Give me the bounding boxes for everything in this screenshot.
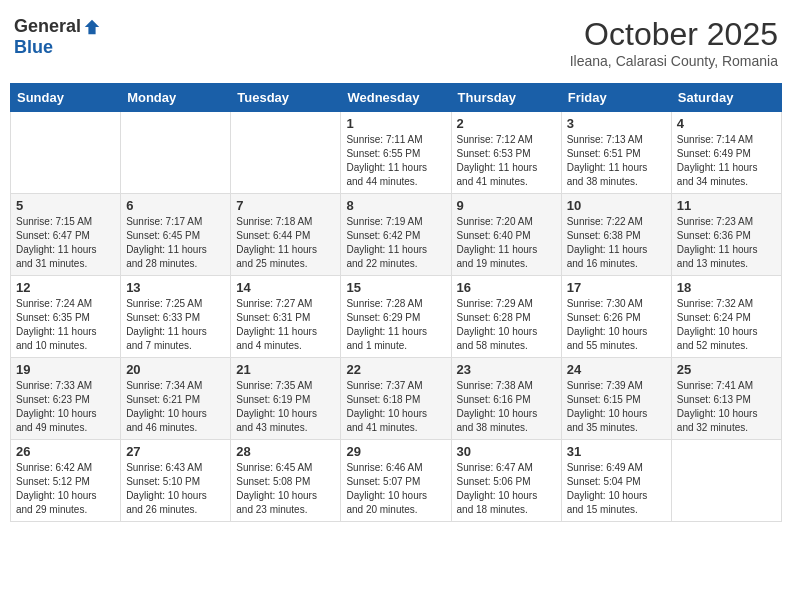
weekday-header-sunday: Sunday — [11, 84, 121, 112]
calendar-cell: 28Sunrise: 6:45 AM Sunset: 5:08 PM Dayli… — [231, 440, 341, 522]
day-info: Sunrise: 7:29 AM Sunset: 6:28 PM Dayligh… — [457, 297, 556, 353]
day-info: Sunrise: 7:11 AM Sunset: 6:55 PM Dayligh… — [346, 133, 445, 189]
day-info: Sunrise: 7:15 AM Sunset: 6:47 PM Dayligh… — [16, 215, 115, 271]
day-number: 25 — [677, 362, 776, 377]
day-number: 2 — [457, 116, 556, 131]
day-info: Sunrise: 6:45 AM Sunset: 5:08 PM Dayligh… — [236, 461, 335, 517]
day-number: 24 — [567, 362, 666, 377]
calendar-cell: 22Sunrise: 7:37 AM Sunset: 6:18 PM Dayli… — [341, 358, 451, 440]
day-number: 30 — [457, 444, 556, 459]
calendar-cell — [121, 112, 231, 194]
weekday-header-wednesday: Wednesday — [341, 84, 451, 112]
day-number: 14 — [236, 280, 335, 295]
calendar-cell: 23Sunrise: 7:38 AM Sunset: 6:16 PM Dayli… — [451, 358, 561, 440]
calendar-cell: 31Sunrise: 6:49 AM Sunset: 5:04 PM Dayli… — [561, 440, 671, 522]
day-info: Sunrise: 7:12 AM Sunset: 6:53 PM Dayligh… — [457, 133, 556, 189]
day-number: 26 — [16, 444, 115, 459]
day-number: 20 — [126, 362, 225, 377]
calendar-cell: 6Sunrise: 7:17 AM Sunset: 6:45 PM Daylig… — [121, 194, 231, 276]
calendar-cell — [231, 112, 341, 194]
calendar-cell: 30Sunrise: 6:47 AM Sunset: 5:06 PM Dayli… — [451, 440, 561, 522]
calendar-cell: 20Sunrise: 7:34 AM Sunset: 6:21 PM Dayli… — [121, 358, 231, 440]
calendar-cell: 18Sunrise: 7:32 AM Sunset: 6:24 PM Dayli… — [671, 276, 781, 358]
day-number: 17 — [567, 280, 666, 295]
calendar-cell: 27Sunrise: 6:43 AM Sunset: 5:10 PM Dayli… — [121, 440, 231, 522]
calendar-cell: 24Sunrise: 7:39 AM Sunset: 6:15 PM Dayli… — [561, 358, 671, 440]
day-number: 27 — [126, 444, 225, 459]
day-info: Sunrise: 6:46 AM Sunset: 5:07 PM Dayligh… — [346, 461, 445, 517]
day-info: Sunrise: 7:27 AM Sunset: 6:31 PM Dayligh… — [236, 297, 335, 353]
day-info: Sunrise: 7:24 AM Sunset: 6:35 PM Dayligh… — [16, 297, 115, 353]
weekday-header-tuesday: Tuesday — [231, 84, 341, 112]
calendar-cell: 3Sunrise: 7:13 AM Sunset: 6:51 PM Daylig… — [561, 112, 671, 194]
day-number: 1 — [346, 116, 445, 131]
day-number: 8 — [346, 198, 445, 213]
day-info: Sunrise: 7:33 AM Sunset: 6:23 PM Dayligh… — [16, 379, 115, 435]
calendar-cell: 5Sunrise: 7:15 AM Sunset: 6:47 PM Daylig… — [11, 194, 121, 276]
weekday-header-saturday: Saturday — [671, 84, 781, 112]
weekday-header-monday: Monday — [121, 84, 231, 112]
calendar-cell: 1Sunrise: 7:11 AM Sunset: 6:55 PM Daylig… — [341, 112, 451, 194]
day-number: 31 — [567, 444, 666, 459]
calendar-cell: 17Sunrise: 7:30 AM Sunset: 6:26 PM Dayli… — [561, 276, 671, 358]
day-info: Sunrise: 6:49 AM Sunset: 5:04 PM Dayligh… — [567, 461, 666, 517]
day-info: Sunrise: 7:17 AM Sunset: 6:45 PM Dayligh… — [126, 215, 225, 271]
title-section: October 2025 Ileana, Calarasi County, Ro… — [570, 16, 778, 69]
calendar-cell: 11Sunrise: 7:23 AM Sunset: 6:36 PM Dayli… — [671, 194, 781, 276]
calendar-cell — [671, 440, 781, 522]
calendar-cell: 9Sunrise: 7:20 AM Sunset: 6:40 PM Daylig… — [451, 194, 561, 276]
calendar-week-row: 1Sunrise: 7:11 AM Sunset: 6:55 PM Daylig… — [11, 112, 782, 194]
day-number: 19 — [16, 362, 115, 377]
day-number: 11 — [677, 198, 776, 213]
day-number: 18 — [677, 280, 776, 295]
calendar-cell: 8Sunrise: 7:19 AM Sunset: 6:42 PM Daylig… — [341, 194, 451, 276]
weekday-header-row: SundayMondayTuesdayWednesdayThursdayFrid… — [11, 84, 782, 112]
day-info: Sunrise: 7:35 AM Sunset: 6:19 PM Dayligh… — [236, 379, 335, 435]
day-info: Sunrise: 7:23 AM Sunset: 6:36 PM Dayligh… — [677, 215, 776, 271]
calendar-cell: 2Sunrise: 7:12 AM Sunset: 6:53 PM Daylig… — [451, 112, 561, 194]
calendar-week-row: 5Sunrise: 7:15 AM Sunset: 6:47 PM Daylig… — [11, 194, 782, 276]
weekday-header-friday: Friday — [561, 84, 671, 112]
day-number: 13 — [126, 280, 225, 295]
day-info: Sunrise: 7:19 AM Sunset: 6:42 PM Dayligh… — [346, 215, 445, 271]
logo: General Blue — [14, 16, 103, 58]
day-info: Sunrise: 7:13 AM Sunset: 6:51 PM Dayligh… — [567, 133, 666, 189]
calendar-table: SundayMondayTuesdayWednesdayThursdayFrid… — [10, 83, 782, 522]
location-subtitle: Ileana, Calarasi County, Romania — [570, 53, 778, 69]
month-title: October 2025 — [570, 16, 778, 53]
calendar-cell: 4Sunrise: 7:14 AM Sunset: 6:49 PM Daylig… — [671, 112, 781, 194]
day-info: Sunrise: 7:20 AM Sunset: 6:40 PM Dayligh… — [457, 215, 556, 271]
day-number: 22 — [346, 362, 445, 377]
day-number: 29 — [346, 444, 445, 459]
calendar-cell: 21Sunrise: 7:35 AM Sunset: 6:19 PM Dayli… — [231, 358, 341, 440]
calendar-cell: 15Sunrise: 7:28 AM Sunset: 6:29 PM Dayli… — [341, 276, 451, 358]
day-info: Sunrise: 6:42 AM Sunset: 5:12 PM Dayligh… — [16, 461, 115, 517]
day-info: Sunrise: 7:32 AM Sunset: 6:24 PM Dayligh… — [677, 297, 776, 353]
day-info: Sunrise: 7:25 AM Sunset: 6:33 PM Dayligh… — [126, 297, 225, 353]
logo-blue: Blue — [14, 37, 53, 58]
calendar-week-row: 19Sunrise: 7:33 AM Sunset: 6:23 PM Dayli… — [11, 358, 782, 440]
day-info: Sunrise: 7:34 AM Sunset: 6:21 PM Dayligh… — [126, 379, 225, 435]
day-number: 23 — [457, 362, 556, 377]
day-number: 12 — [16, 280, 115, 295]
calendar-cell: 26Sunrise: 6:42 AM Sunset: 5:12 PM Dayli… — [11, 440, 121, 522]
calendar-cell: 29Sunrise: 6:46 AM Sunset: 5:07 PM Dayli… — [341, 440, 451, 522]
day-number: 5 — [16, 198, 115, 213]
day-info: Sunrise: 6:43 AM Sunset: 5:10 PM Dayligh… — [126, 461, 225, 517]
calendar-cell: 10Sunrise: 7:22 AM Sunset: 6:38 PM Dayli… — [561, 194, 671, 276]
calendar-cell: 25Sunrise: 7:41 AM Sunset: 6:13 PM Dayli… — [671, 358, 781, 440]
day-info: Sunrise: 7:22 AM Sunset: 6:38 PM Dayligh… — [567, 215, 666, 271]
day-info: Sunrise: 7:39 AM Sunset: 6:15 PM Dayligh… — [567, 379, 666, 435]
day-info: Sunrise: 7:18 AM Sunset: 6:44 PM Dayligh… — [236, 215, 335, 271]
weekday-header-thursday: Thursday — [451, 84, 561, 112]
day-info: Sunrise: 7:41 AM Sunset: 6:13 PM Dayligh… — [677, 379, 776, 435]
day-number: 4 — [677, 116, 776, 131]
day-number: 10 — [567, 198, 666, 213]
calendar-cell: 19Sunrise: 7:33 AM Sunset: 6:23 PM Dayli… — [11, 358, 121, 440]
logo-general: General — [14, 16, 81, 37]
logo-icon — [83, 18, 101, 36]
day-info: Sunrise: 7:38 AM Sunset: 6:16 PM Dayligh… — [457, 379, 556, 435]
day-number: 21 — [236, 362, 335, 377]
day-number: 7 — [236, 198, 335, 213]
svg-marker-0 — [85, 19, 99, 33]
